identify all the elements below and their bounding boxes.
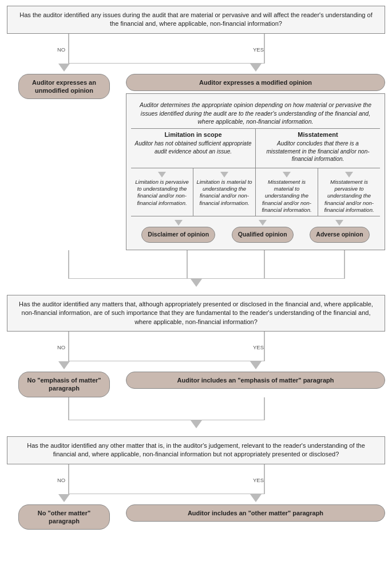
limitation-header: Limitation in scope xyxy=(134,131,252,138)
yes-emphasis-box: Auditor includes an "emphasis of matter"… xyxy=(126,372,385,389)
unmodified-box: Auditor expresses an unmodified opinion xyxy=(18,74,110,100)
sub3-arrow xyxy=(283,172,291,177)
limitation-desc: Auditor has not obtained sufficient appr… xyxy=(134,140,252,155)
q3-right-arrow xyxy=(250,494,262,502)
sub1-col: Limitation is pervasive to understanding… xyxy=(131,168,193,216)
misstatement-header: Misstatement xyxy=(259,131,377,138)
to-q3-svg xyxy=(7,397,385,420)
yes-emphasis-label: Auditor includes an "emphasis of matter"… xyxy=(177,377,334,384)
q1-left-arrow xyxy=(58,64,70,72)
flowchart: Has the auditor identified any issues du… xyxy=(0,0,392,541)
no-other-box: No "other matter" paragraph xyxy=(18,504,110,530)
adverse-label: Adverse opinion xyxy=(316,231,363,238)
modified-label: Auditor expresses a modified opinion xyxy=(199,79,312,86)
misstatement-desc: Auditor concludes that there is a missta… xyxy=(259,140,377,163)
yes-other-label: Auditor includes an "other matter" parag… xyxy=(188,510,323,516)
sub1-arrow xyxy=(158,172,166,177)
q2-outcomes: No "emphasis of matter" paragraph Audito… xyxy=(7,361,385,397)
sub3-col: Misstatement is material to understandin… xyxy=(256,168,318,216)
qualified-col: Qualified opinion xyxy=(232,220,294,243)
sub4-col: Misstatement is pervasive to understandi… xyxy=(318,168,380,216)
q1-no-label: NO xyxy=(57,46,65,53)
q2-no-label: NO xyxy=(57,344,65,350)
modified-box: Auditor expresses a modified opinion xyxy=(126,74,385,91)
to-q2-connector xyxy=(7,250,385,279)
q3-outcomes: No "other matter" paragraph Auditor incl… xyxy=(7,494,385,530)
sub3-text: Misstatement is material to understandin… xyxy=(258,179,315,214)
qualified-arrow xyxy=(259,220,267,226)
disclaimer-label: Disclaimer of opinion xyxy=(148,231,209,238)
yes-other-box: Auditor includes an "other matter" parag… xyxy=(126,504,385,522)
opinion-outcomes: Disclaimer of opinion Qualified opinion … xyxy=(131,216,380,245)
question-2-text: Has the auditor identified any matters t… xyxy=(19,301,373,325)
no-emphasis-label: No "emphasis of matter" paragraph xyxy=(27,377,101,392)
q3-connector: NO YES xyxy=(7,464,385,494)
sub2-arrow xyxy=(220,172,228,177)
yes-emphasis-branch: Auditor includes an "emphasis of matter"… xyxy=(126,361,385,389)
modified-branch: Auditor expresses a modified opinion Aud… xyxy=(126,64,385,250)
adverse-box: Adverse opinion xyxy=(310,227,369,243)
q3-yes-label: YES xyxy=(253,477,264,483)
question-1: Has the auditor identified any issues du… xyxy=(7,6,385,34)
question-3: Has the auditor identified any other mat… xyxy=(7,436,385,464)
no-emphasis-branch: No "emphasis of matter" paragraph xyxy=(7,361,121,397)
unmodified-branch: Auditor expresses an unmodified opinion xyxy=(7,64,121,100)
adverse-arrow xyxy=(335,220,343,226)
no-other-label: No "other matter" paragraph xyxy=(38,510,90,524)
sub1-text: Limitation is pervasive to understanding… xyxy=(133,179,191,207)
sub2-col: Limitation is material to understanding … xyxy=(193,168,256,216)
q1-outcomes: Auditor expresses an unmodified opinion … xyxy=(7,64,385,250)
question-1-text: Has the auditor identified any issues du… xyxy=(19,11,372,27)
disclaimer-col: Disclaimer of opinion xyxy=(141,220,215,243)
q3-center-arrow xyxy=(7,420,385,428)
question-3-text: Has the auditor identified any other mat… xyxy=(27,442,365,457)
modified-detail: Auditor determines the appropriate opini… xyxy=(126,93,385,250)
q3-left-arrow xyxy=(58,494,70,502)
q2-arrow-head xyxy=(191,279,202,287)
q3-no-label: NO xyxy=(57,477,65,483)
sub4-arrow xyxy=(345,172,353,177)
q3-arrow-head xyxy=(191,420,202,428)
disclaimer-arrow xyxy=(175,220,183,226)
sub2-text: Limitation is material to understanding … xyxy=(196,179,253,207)
q1-connector: NO YES xyxy=(7,34,385,64)
q2-right-arrow xyxy=(250,361,262,369)
qualified-label: Qualified opinion xyxy=(238,231,287,238)
unmodified-label: Auditor expresses an unmodified opinion xyxy=(32,79,96,94)
no-emphasis-box: No "emphasis of matter" paragraph xyxy=(18,372,110,397)
sub4-text: Misstatement is pervasive to understandi… xyxy=(320,179,378,214)
yes-other-branch: Auditor includes an "other matter" parag… xyxy=(126,494,385,522)
q1-right-arrow xyxy=(250,64,262,72)
q2-center-arrow xyxy=(7,279,385,287)
adverse-col: Adverse opinion xyxy=(310,220,369,243)
modified-arrow-box: Auditor expresses a modified opinion xyxy=(126,64,385,91)
question-2: Has the auditor identified any matters t… xyxy=(7,295,385,332)
q2-left-arrow xyxy=(58,361,70,369)
two-col-section: Limitation in scope Auditor has not obta… xyxy=(131,128,380,168)
q2-connector: NO YES xyxy=(7,332,385,361)
four-col-section: Limitation is pervasive to understanding… xyxy=(131,168,380,216)
to-q2-svg xyxy=(7,250,385,279)
q1-yes-label: YES xyxy=(253,46,264,53)
q2-yes-label: YES xyxy=(253,344,264,350)
no-other-branch: No "other matter" paragraph xyxy=(7,494,121,530)
to-q3-connector xyxy=(7,397,385,420)
modified-note: Auditor determines the appropriate opini… xyxy=(131,98,380,128)
disclaimer-box: Disclaimer of opinion xyxy=(141,227,215,243)
misstatement-col: Misstatement Auditor concludes that ther… xyxy=(256,129,380,168)
qualified-box: Qualified opinion xyxy=(232,227,294,243)
limitation-col: Limitation in scope Auditor has not obta… xyxy=(131,129,256,168)
